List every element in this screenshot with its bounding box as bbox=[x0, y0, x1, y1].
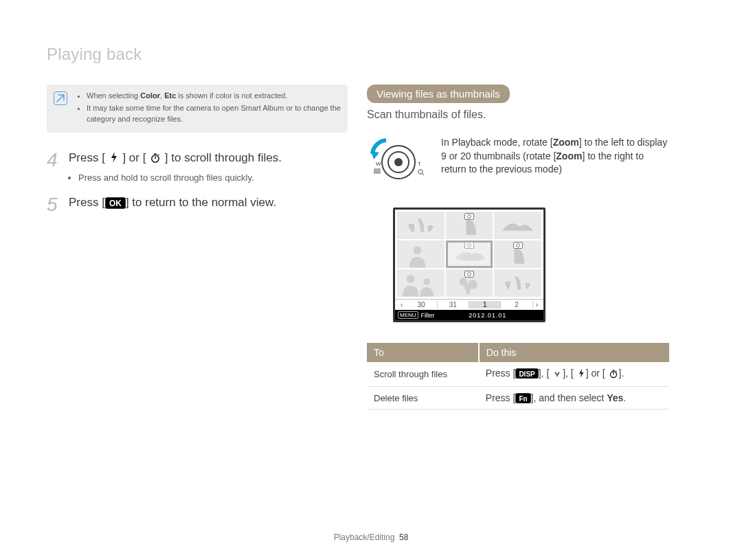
svg-rect-7 bbox=[378, 170, 379, 171]
flash-left-icon bbox=[109, 151, 119, 168]
thumb bbox=[446, 212, 493, 239]
note-bullet: When selecting Color, Etc is shown if co… bbox=[87, 91, 341, 102]
lcd-thumbnail-screen: ‹ 30 31 1 2 › MENU Filter 2012.01.01 bbox=[393, 208, 546, 322]
note-bullet: It may take some time for the camera to … bbox=[87, 103, 341, 125]
note-icon bbox=[54, 91, 67, 105]
thumb bbox=[494, 212, 541, 239]
camera-badge-icon bbox=[464, 242, 474, 249]
table-cell: Press [Fn], and then select Yes. bbox=[479, 387, 669, 410]
page-title: Playing back bbox=[47, 45, 680, 64]
thumb bbox=[397, 240, 445, 268]
page-footer: Playback/Editing 58 bbox=[0, 533, 742, 542]
svg-line-12 bbox=[422, 173, 424, 175]
instruction-table: To Do this Scroll through files Press [D… bbox=[367, 343, 669, 410]
camera-badge-icon bbox=[464, 213, 474, 220]
zoom-dial-illustration: W T bbox=[367, 136, 429, 188]
camera-badge-icon bbox=[513, 242, 523, 249]
section-heading: Viewing files as thumbnails bbox=[367, 85, 510, 103]
svg-text:T: T bbox=[418, 161, 421, 167]
svg-rect-5 bbox=[374, 169, 380, 173]
step-5: 5 Press [OK] to return to the normal vie… bbox=[47, 195, 348, 214]
section-intro: Scan thumbnails of files. bbox=[367, 109, 669, 121]
note-box: When selecting Color, Etc is shown if co… bbox=[47, 85, 348, 133]
ok-key: OK bbox=[105, 197, 126, 209]
table-cell: Scroll through files bbox=[367, 362, 479, 387]
step-4: 4 Press [ ] or [ ] to scroll through fil bbox=[47, 150, 348, 183]
menu-key-icon: MENU bbox=[398, 311, 418, 319]
macro-icon bbox=[552, 369, 562, 381]
table-header-do: Do this bbox=[479, 343, 669, 362]
lcd-footer: MENU Filter 2012.01.01 bbox=[395, 310, 543, 320]
table-cell: Delete files bbox=[367, 387, 479, 410]
svg-point-11 bbox=[418, 170, 423, 174]
table-row: Scroll through files Press [DISP], [ ], … bbox=[367, 362, 669, 387]
svg-rect-6 bbox=[376, 170, 377, 171]
timer-icon bbox=[609, 369, 618, 381]
thumb bbox=[494, 269, 541, 297]
svg-point-15 bbox=[423, 278, 430, 285]
timer-right-icon bbox=[150, 153, 161, 168]
step-number: 5 bbox=[47, 195, 62, 214]
table-cell: Press [DISP], [ ], [ ] or [ ]. bbox=[479, 362, 669, 387]
step-text: Press [ ] or [ ] to scroll through files… bbox=[69, 150, 348, 168]
chevron-left-icon: ‹ bbox=[398, 301, 405, 309]
svg-text:W: W bbox=[376, 161, 381, 167]
disp-key: DISP bbox=[515, 368, 538, 379]
thumb bbox=[397, 212, 445, 239]
table-header-to: To bbox=[367, 343, 479, 362]
thumb bbox=[397, 269, 445, 297]
flash-icon bbox=[577, 368, 585, 381]
step-text: Press [OK] to return to the normal view. bbox=[69, 195, 348, 211]
svg-rect-19 bbox=[466, 289, 470, 294]
step-sub-bullet: Press and hold to scroll through files q… bbox=[78, 172, 348, 183]
svg-point-14 bbox=[407, 275, 415, 283]
svg-point-3 bbox=[394, 158, 403, 166]
camera-badge-icon bbox=[464, 271, 474, 278]
zoom-dial-text: In Playback mode, rotate [Zoom] to the l… bbox=[441, 136, 669, 177]
svg-point-13 bbox=[414, 246, 422, 254]
svg-rect-9 bbox=[378, 172, 379, 172]
svg-rect-8 bbox=[376, 172, 377, 172]
lcd-calendar-strip: ‹ 30 31 1 2 › bbox=[395, 299, 543, 310]
chevron-right-icon: › bbox=[533, 301, 541, 309]
step-number: 4 bbox=[47, 150, 62, 183]
fn-key: Fn bbox=[515, 393, 530, 403]
thumb-selected bbox=[446, 240, 493, 268]
table-row: Delete files Press [Fn], and then select… bbox=[367, 387, 669, 410]
thumb bbox=[494, 240, 541, 268]
thumb bbox=[446, 269, 493, 297]
